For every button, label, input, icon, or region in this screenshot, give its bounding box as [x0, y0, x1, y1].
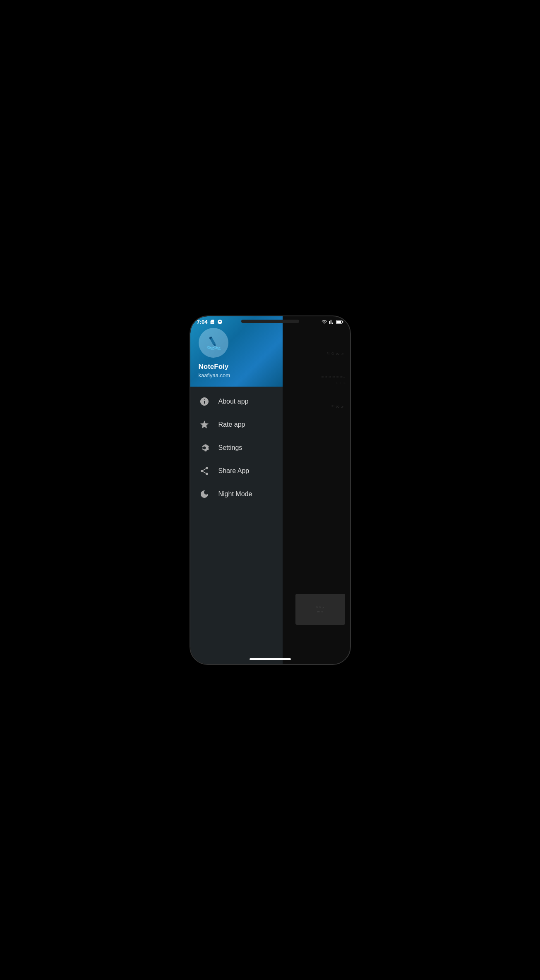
- menu-item-about-app[interactable]: About app: [190, 390, 283, 413]
- home-indicator: [250, 658, 291, 660]
- settings-label: Settings: [218, 444, 242, 452]
- screen: ތ ∞ ○ ≈ ހ ≈ ≈ ≈ ≈ ≈ ≈≈ ≈ ≈ ގ ∞ ≈ ތ ≈ ≈≈ …: [190, 316, 350, 664]
- battery-icon: [336, 319, 343, 325]
- app-name: NoteFoiy: [199, 363, 229, 371]
- star-icon: [199, 419, 210, 430]
- app-logo-circle: [199, 328, 228, 358]
- menu-item-night-mode[interactable]: Night Mode: [190, 483, 283, 506]
- notch-bar: [241, 320, 299, 323]
- status-right: [321, 319, 343, 325]
- sim-card-icon: [210, 319, 215, 325]
- rate-app-label: Rate app: [218, 421, 245, 428]
- settings-icon: [199, 442, 210, 454]
- svg-rect-1: [342, 321, 343, 323]
- app-url: kaafiyaa.com: [199, 372, 230, 378]
- app-logo-svg: [204, 333, 223, 353]
- share-icon: [199, 465, 210, 477]
- drawer-menu: About app Rate app: [190, 387, 283, 664]
- navigation-drawer: NoteFoiy kaafiyaa.com About app: [190, 316, 283, 664]
- share-app-label: Share App: [218, 467, 250, 475]
- about-app-label: About app: [218, 398, 249, 405]
- phone-frame: ތ ∞ ○ ≈ ހ ≈ ≈ ≈ ≈ ≈ ≈≈ ≈ ≈ ގ ∞ ≈ ތ ≈ ≈≈ …: [190, 316, 351, 665]
- svg-rect-2: [336, 321, 341, 323]
- info-icon: [199, 396, 210, 407]
- menu-item-share-app[interactable]: Share App: [190, 459, 283, 483]
- menu-item-settings[interactable]: Settings: [190, 436, 283, 459]
- scrim-overlay[interactable]: [283, 316, 350, 664]
- blocked-icon: [217, 319, 223, 325]
- signal-icon: [329, 319, 334, 325]
- menu-item-rate-app[interactable]: Rate app: [190, 413, 283, 436]
- status-left: 7:04: [197, 319, 223, 325]
- night-mode-icon: [199, 488, 210, 500]
- night-mode-label: Night Mode: [218, 490, 252, 498]
- status-time: 7:04: [197, 319, 208, 325]
- wifi-icon: [321, 319, 327, 325]
